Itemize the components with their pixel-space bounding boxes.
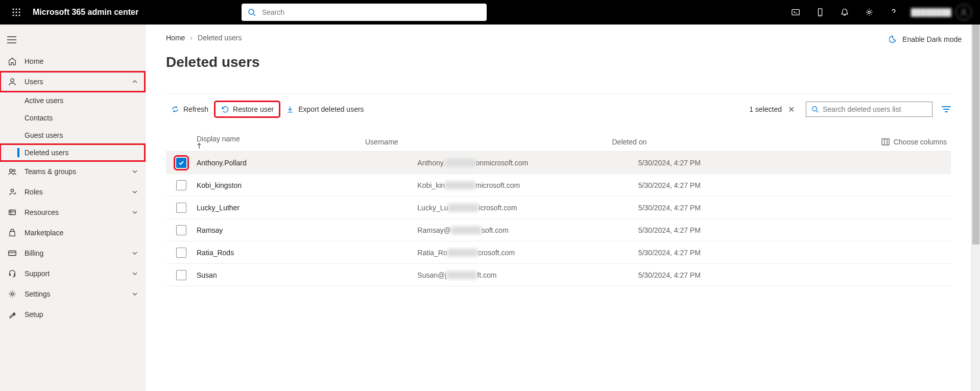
chevron-down-icon [132,168,138,175]
nav-teams-groups[interactable]: Teams & groups [0,161,145,182]
table-row[interactable]: Lucky_LutherLucky_Luxxxxxxxxicrosoft.com… [166,197,951,219]
nav-marketplace[interactable]: Marketplace [0,223,145,243]
username-cell: Lucky_Luxxxxxxxxicrosoft.com [417,204,638,212]
row-checkbox[interactable] [176,203,186,213]
table-header: Display name Username Deleted on Choose … [166,132,951,152]
svg-point-26 [11,293,14,296]
row-checkbox[interactable] [176,248,186,258]
filter-button[interactable] [942,106,951,113]
col-deleted-on[interactable]: Deleted on [612,138,859,146]
username-cell: Ratia_Roxxxxxxxxcrosoft.com [417,249,638,257]
svg-rect-23 [9,210,16,215]
columns-icon [881,138,890,145]
nav-support-label: Support [25,270,50,278]
svg-point-3 [13,12,14,13]
display-name-cell[interactable]: Lucky_Luther [197,204,417,212]
shell-cloud-shell-button[interactable] [784,0,807,25]
nav-support[interactable]: Support [0,263,145,284]
svg-point-20 [10,169,12,172]
chevron-down-icon [132,250,138,256]
nav-billing[interactable]: Billing [0,243,145,263]
left-nav: Home Users Active users Contacts Guest u… [0,25,146,391]
svg-point-9 [249,9,254,14]
nav-marketplace-label: Marketplace [25,229,63,237]
table-row[interactable]: RamsayRamsay@xxxxxxxxsoft.com5/30/2024, … [166,219,951,241]
list-search[interactable] [806,102,933,117]
table-row[interactable]: Ratia_RodsRatia_Roxxxxxxxxcrosoft.com5/3… [166,241,951,264]
nav-setup[interactable]: Setup [0,304,145,325]
selection-count-label: 1 selected [749,105,782,113]
resources-icon [7,208,17,217]
nav-guest-users[interactable]: Guest users [0,127,145,144]
main-content: Home › Deleted users Enable Dark mode De… [146,25,971,391]
display-name-cell[interactable]: Susan [197,271,417,279]
table-row[interactable]: Anthony.PollardAnthony.xxxxxxxxonmicroso… [166,152,951,174]
help-button[interactable] [882,0,905,25]
username-cell: Susan@jxxxxxxxxft.com [417,271,638,279]
nav-guest-users-label: Guest users [25,131,63,139]
svg-point-4 [16,12,17,13]
clear-selection-button[interactable]: ✕ [786,104,797,115]
selection-count: 1 selected ✕ [749,104,797,115]
choose-columns-button[interactable]: Choose columns [859,138,951,146]
display-name-cell[interactable]: Ramsay [197,226,417,234]
scrollbar-thumb[interactable] [972,25,979,245]
account-manager[interactable]: ████████ [907,4,976,20]
scrollbar[interactable] [971,25,980,391]
nav-toggle-button[interactable] [0,29,145,51]
row-checkbox[interactable] [176,225,186,235]
svg-point-14 [868,11,870,14]
dark-mode-label: Enable Dark mode [902,35,962,43]
display-name-cell[interactable]: Ratia_Rods [197,249,417,257]
nav-roles[interactable]: Roles [0,182,145,202]
settings-button[interactable] [858,0,880,25]
nav-resources[interactable]: Resources [0,202,145,223]
list-search-input[interactable] [823,105,927,113]
col-display-name[interactable]: Display name [166,135,365,149]
deleted-on-cell: 5/30/2024, 4:27 PM [638,249,859,257]
command-bar: Refresh Restore user Export deleted user… [166,94,951,117]
deleted-on-cell: 5/30/2024, 4:27 PM [638,204,859,212]
row-checkbox[interactable] [176,180,186,190]
page-title: Deleted users [166,54,951,70]
refresh-label: Refresh [183,105,208,113]
shell-phone-button[interactable] [809,0,831,25]
table-row[interactable]: SusanSusan@jxxxxxxxxft.com5/30/2024, 4:2… [166,264,951,286]
breadcrumb: Home › Deleted users [166,34,951,42]
row-checkbox[interactable] [176,158,186,168]
brand-title: Microsoft 365 admin center [33,8,138,17]
display-name-cell[interactable]: Kobi_kingston [197,181,417,189]
export-button[interactable]: Export deleted users [281,102,369,116]
notifications-button[interactable] [833,0,856,25]
nav-contacts[interactable]: Contacts [0,109,145,127]
col-username[interactable]: Username [365,138,612,146]
headset-icon [7,269,17,278]
nav-teams-label: Teams & groups [25,167,76,176]
nav-home[interactable]: Home [0,51,145,71]
deleted-on-cell: 5/30/2024, 4:27 PM [638,159,859,167]
global-search [242,4,487,21]
search-icon [811,106,819,113]
breadcrumb-current: Deleted users [198,34,242,42]
chevron-down-icon [132,209,138,215]
nav-deleted-users[interactable]: Deleted users [0,144,145,161]
username-cell: Ramsay@xxxxxxxxsoft.com [417,226,638,234]
breadcrumb-home[interactable]: Home [166,34,185,42]
moon-icon [889,35,898,44]
dark-mode-toggle[interactable]: Enable Dark mode [889,35,962,44]
nav-active-users[interactable]: Active users [0,92,145,109]
refresh-button[interactable]: Refresh [166,102,213,116]
global-search-input[interactable] [242,4,487,21]
nav-roles-label: Roles [25,188,43,196]
svg-line-10 [253,14,255,16]
display-name-cell[interactable]: Anthony.Pollard [197,159,417,167]
row-checkbox[interactable] [176,270,186,280]
nav-settings[interactable]: Settings [0,284,145,304]
export-label: Export deleted users [298,105,364,113]
nav-users[interactable]: Users [0,71,145,92]
sort-asc-icon [197,143,365,149]
restore-user-button[interactable]: Restore user [216,102,279,116]
svg-point-7 [16,15,17,16]
app-launcher-button[interactable] [4,0,29,25]
table-row[interactable]: Kobi_kingstonKobi_kinxxxxxxxxmicrosoft.c… [166,174,951,197]
